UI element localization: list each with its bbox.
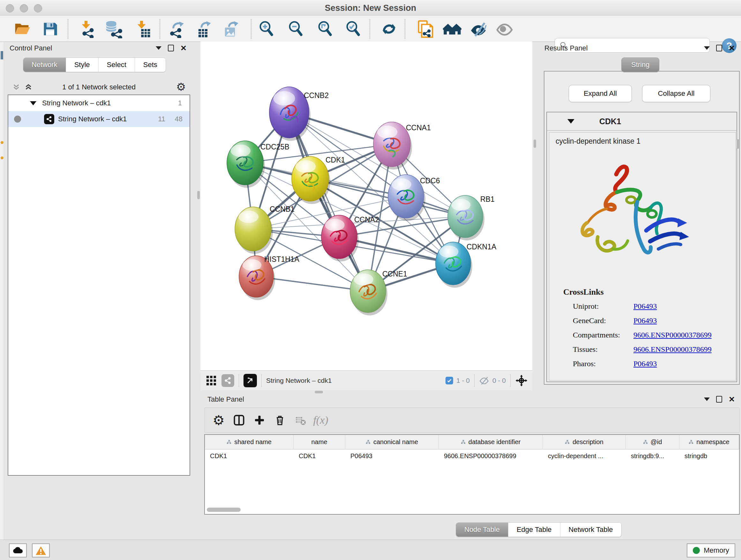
network-row-selected[interactable]: String Network – cdk1 11 48 bbox=[8, 111, 190, 127]
background-window-edge bbox=[0, 16, 4, 560]
table-cell[interactable]: 9606.ENSP00000378699 bbox=[439, 449, 543, 463]
crosslink-tissues-link[interactable]: 9606.ENSP00000378699 bbox=[633, 345, 712, 354]
add-column-icon[interactable] bbox=[249, 411, 270, 429]
crosslink-compartments-link[interactable]: 9606.ENSP00000378699 bbox=[633, 331, 712, 339]
close-panel-icon[interactable]: ✕ bbox=[729, 396, 735, 402]
column-header-@id[interactable]: @id bbox=[626, 435, 679, 449]
crosslink-uniprot-link[interactable]: P06493 bbox=[633, 302, 657, 311]
import-network-from-database-icon[interactable] bbox=[105, 20, 123, 38]
tree-expand-icon[interactable] bbox=[30, 101, 37, 105]
tab-string[interactable]: String bbox=[621, 57, 659, 72]
tab-select[interactable]: Select bbox=[98, 58, 135, 72]
cdk1-section: CDK1 cyclin-dependent kinase 1 bbox=[546, 112, 737, 382]
collapse-panel-icon[interactable] bbox=[704, 397, 710, 401]
section-collapse-icon[interactable] bbox=[567, 119, 575, 124]
close-panel-icon[interactable]: ✕ bbox=[180, 45, 187, 51]
crosshair-icon[interactable] bbox=[515, 374, 528, 387]
share-view-icon[interactable] bbox=[221, 374, 234, 387]
show-columns-icon[interactable] bbox=[229, 411, 249, 429]
table-cell[interactable]: stringdb:9... bbox=[626, 449, 679, 463]
network-collection-row[interactable]: String Network – cdk1 1 bbox=[8, 95, 190, 111]
network-list: String Network – cdk1 1 String Network –… bbox=[8, 95, 190, 476]
birdseye-view-icon[interactable] bbox=[244, 374, 257, 387]
network-graph[interactable]: CCNB2CCNA1CDC25BCDK1CDC6RB1CCNB1CCNA2CDK… bbox=[200, 42, 532, 370]
table-cell[interactable]: stringdb bbox=[679, 449, 739, 463]
selected-checkbox-icon[interactable] bbox=[446, 377, 453, 384]
save-session-icon[interactable] bbox=[41, 20, 59, 38]
expand-all-button[interactable]: Expand All bbox=[569, 85, 632, 102]
vertical-splitter-grip[interactable] bbox=[197, 191, 200, 199]
tab-network-table[interactable]: Network Table bbox=[560, 523, 621, 537]
results-scrollbar-thumb[interactable] bbox=[737, 139, 739, 149]
cloud-button[interactable] bbox=[9, 543, 27, 557]
table-cell[interactable]: CDK1 bbox=[205, 449, 293, 463]
network-node-CCNE1[interactable] bbox=[350, 270, 387, 315]
zoom-out-icon[interactable] bbox=[286, 20, 305, 38]
tab-edge-table[interactable]: Edge Table bbox=[509, 523, 560, 537]
network-canvas[interactable]: CCNB2CCNA1CDC25BCDK1CDC6RB1CCNB1CCNA2CDK… bbox=[200, 42, 532, 370]
crosslink-genecard-link[interactable]: P06493 bbox=[633, 316, 657, 325]
import-table-from-file-icon[interactable] bbox=[133, 20, 152, 38]
export-image-icon[interactable] bbox=[223, 20, 241, 38]
network-edge-CDK1-RB1[interactable] bbox=[310, 179, 465, 216]
float-panel-icon[interactable] bbox=[168, 45, 174, 51]
column-header-canonical-name[interactable]: canonical name bbox=[345, 435, 439, 449]
tab-node-table[interactable]: Node Table bbox=[456, 523, 509, 537]
table-panel-title: Table Panel bbox=[207, 395, 244, 403]
houses-icon[interactable] bbox=[443, 20, 461, 38]
collapse-panel-icon[interactable] bbox=[704, 46, 710, 50]
tab-network[interactable]: Network bbox=[23, 58, 66, 72]
float-panel-icon[interactable] bbox=[716, 45, 722, 51]
zoom-fit-icon[interactable] bbox=[316, 20, 334, 38]
show-eye-icon[interactable] bbox=[495, 20, 514, 38]
tab-sets[interactable]: Sets bbox=[135, 58, 165, 72]
column-header-description[interactable]: description bbox=[543, 435, 626, 449]
table-toolbar: ⚙ f(x) bbox=[204, 408, 740, 433]
network-node-CCNB1[interactable] bbox=[235, 207, 273, 254]
column-header-shared-name[interactable]: shared name bbox=[205, 435, 293, 449]
horizontal-splitter-grip[interactable] bbox=[315, 391, 323, 393]
table-gear-icon[interactable]: ⚙ bbox=[208, 411, 229, 429]
refresh-icon[interactable] bbox=[380, 20, 398, 38]
table-cell[interactable]: CDK1 bbox=[293, 449, 345, 463]
network-node-RB1[interactable] bbox=[448, 195, 484, 240]
hide-eye-icon[interactable] bbox=[469, 20, 488, 38]
close-panel-icon[interactable]: ✕ bbox=[729, 45, 735, 51]
delete-column-icon[interactable] bbox=[270, 411, 290, 429]
search-input[interactable] bbox=[568, 41, 703, 50]
vertical-splitter-grip[interactable] bbox=[534, 139, 536, 148]
open-session-icon[interactable] bbox=[13, 20, 31, 38]
table-hscrollbar-thumb[interactable] bbox=[207, 508, 241, 512]
tab-style[interactable]: Style bbox=[66, 58, 98, 72]
grid-view-icon[interactable] bbox=[205, 375, 217, 386]
export-network-icon[interactable] bbox=[169, 20, 187, 38]
zoom-selected-icon[interactable] bbox=[344, 20, 362, 38]
table-cell[interactable]: cyclin-dependent ... bbox=[543, 449, 626, 463]
toolbar-separator bbox=[369, 19, 370, 39]
network-node-CDK1[interactable] bbox=[292, 157, 330, 204]
column-namespace-icon bbox=[689, 440, 693, 444]
import-network-from-file-icon[interactable] bbox=[78, 20, 96, 38]
float-panel-icon[interactable] bbox=[716, 396, 722, 402]
duplicate-network-icon[interactable] bbox=[415, 20, 434, 38]
column-header-database-identifier[interactable]: database identifier bbox=[439, 435, 543, 449]
network-edge-CCNB2-CCNE1[interactable] bbox=[289, 112, 368, 291]
memory-button[interactable]: Memory bbox=[687, 543, 735, 557]
network-options-gear-icon[interactable]: ⚙ bbox=[176, 80, 186, 93]
column-header-name[interactable]: name bbox=[293, 435, 345, 449]
collapse-panel-icon[interactable] bbox=[156, 46, 161, 50]
function-builder-icon[interactable]: f(x) bbox=[311, 411, 331, 429]
crosslink-pharos-link[interactable]: P06493 bbox=[633, 360, 657, 368]
crosslink-label: Compartments: bbox=[573, 331, 633, 339]
collapse-all-tree-icon[interactable] bbox=[11, 82, 21, 92]
table-row[interactable]: CDK1CDK1P064939606.ENSP00000378699cyclin… bbox=[205, 449, 739, 463]
column-header-namespace[interactable]: namespace bbox=[679, 435, 739, 449]
network-node-CCNA2[interactable] bbox=[321, 215, 359, 261]
export-table-icon[interactable] bbox=[196, 20, 214, 38]
expand-all-tree-icon[interactable] bbox=[23, 82, 33, 92]
table-cell[interactable]: P06493 bbox=[345, 449, 439, 463]
delete-table-icon[interactable] bbox=[290, 411, 311, 429]
zoom-in-icon[interactable] bbox=[257, 20, 276, 38]
collapse-all-button[interactable]: Collapse All bbox=[642, 85, 711, 102]
warnings-button[interactable] bbox=[32, 543, 50, 557]
